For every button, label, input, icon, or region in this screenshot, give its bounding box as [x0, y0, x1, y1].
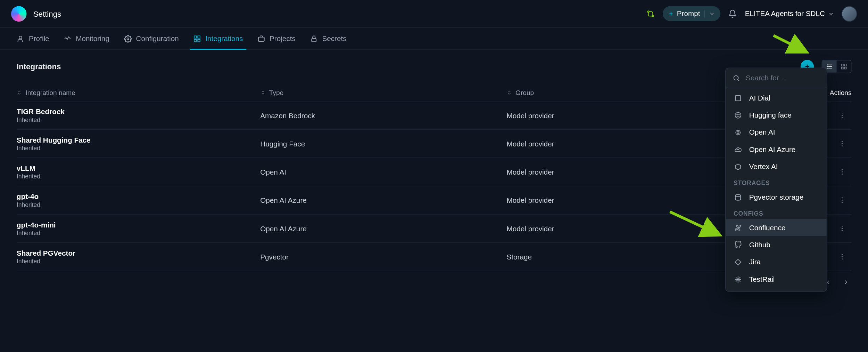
- row-type-cell: Pgvector: [260, 253, 506, 261]
- tab-label: Projects: [270, 34, 296, 43]
- plus-icon: [668, 11, 673, 16]
- row-type-cell: Hugging Face: [260, 139, 506, 148]
- row-type-cell: Open AI Azure: [260, 224, 506, 233]
- chevron-down-icon: [828, 11, 834, 16]
- square-icon: [734, 94, 743, 102]
- svg-point-1: [652, 15, 653, 16]
- integration-name: TIGR Bedrock: [17, 107, 260, 116]
- col-name-label: Integration name: [25, 89, 75, 96]
- svg-point-21: [842, 115, 843, 116]
- row-name-cell: Shared Hugging FaceInherited: [17, 136, 260, 152]
- chevron-down-icon: [710, 11, 715, 16]
- svg-point-0: [647, 11, 649, 12]
- search-input[interactable]: [746, 74, 827, 82]
- dropdown-item-vertex-ai[interactable]: Vertex AI: [726, 158, 827, 175]
- workspace-name: ELITEA Agents for SDLC: [745, 9, 825, 18]
- face-icon: [734, 111, 743, 119]
- github-icon: [734, 241, 743, 249]
- dropdown-item-open-ai-azure[interactable]: Open AI Azure: [726, 141, 827, 158]
- svg-rect-6: [198, 39, 200, 42]
- integration-name: Shared Hugging Face: [17, 136, 260, 144]
- more-actions-button[interactable]: [838, 225, 846, 232]
- integrations-icon: [193, 35, 201, 42]
- integration-name: vLLM: [17, 164, 260, 173]
- bell-icon[interactable]: [728, 9, 737, 18]
- dropdown-item-testrail[interactable]: TestRail: [726, 271, 827, 288]
- integration-name: Shared PGVector: [17, 249, 260, 257]
- dropdown-item-github[interactable]: Github: [726, 236, 827, 253]
- dropdown-item-label: Open AI Azure: [749, 145, 796, 154]
- grid-view-button[interactable]: [837, 61, 851, 73]
- svg-point-3: [127, 38, 129, 40]
- svg-point-42: [737, 114, 737, 115]
- sort-icon: [260, 89, 266, 96]
- svg-point-45: [736, 130, 740, 135]
- svg-point-32: [842, 226, 843, 227]
- svg-point-2: [19, 36, 22, 38]
- svg-rect-5: [198, 35, 200, 38]
- dropdown-item-confluence[interactable]: Confluence: [726, 219, 827, 236]
- svg-point-30: [842, 200, 843, 201]
- svg-rect-18: [844, 67, 846, 69]
- dropdown-item-ai-dial[interactable]: AI Dial: [726, 89, 827, 106]
- testrail-icon: [734, 275, 743, 283]
- col-type-header[interactable]: Type: [260, 89, 506, 96]
- tab-monitoring[interactable]: Monitoring: [64, 28, 109, 49]
- confluence-icon: [734, 224, 743, 231]
- integration-inherited-label: Inherited: [17, 145, 260, 151]
- dropdown-item-pgvector-storage[interactable]: Pgvector storage: [726, 189, 827, 206]
- col-name-header[interactable]: Integration name: [17, 89, 260, 96]
- svg-point-29: [842, 198, 843, 199]
- col-type-label: Type: [269, 89, 283, 96]
- more-actions-button[interactable]: [838, 168, 846, 176]
- header-actions: Prompt ELITEA Agents for SDLC: [646, 6, 857, 22]
- more-actions-button[interactable]: [838, 140, 846, 147]
- tab-projects[interactable]: Projects: [257, 28, 296, 49]
- svg-point-44: [737, 131, 739, 133]
- tab-integrations[interactable]: Integrations: [193, 28, 243, 49]
- svg-rect-9: [312, 38, 316, 41]
- more-actions-button[interactable]: [838, 196, 846, 204]
- svg-point-37: [842, 258, 843, 259]
- svg-rect-17: [844, 64, 846, 66]
- svg-point-46: [735, 194, 741, 196]
- dropdown-item-label: AI Dial: [749, 94, 770, 102]
- svg-rect-16: [841, 64, 843, 66]
- branch-icon[interactable]: [646, 9, 655, 18]
- workspace-selector[interactable]: ELITEA Agents for SDLC: [745, 9, 834, 18]
- dropdown-item-hugging-face[interactable]: Hugging face: [726, 106, 827, 123]
- svg-rect-7: [194, 39, 197, 42]
- vertex-icon: [734, 163, 743, 170]
- svg-rect-40: [735, 95, 741, 101]
- svg-line-39: [738, 79, 739, 81]
- prompt-button[interactable]: Prompt: [662, 6, 720, 21]
- dropdown-section-header: STORAGES: [726, 175, 827, 189]
- more-actions-button[interactable]: [838, 253, 846, 261]
- profile-icon: [17, 35, 24, 42]
- more-actions-button[interactable]: [838, 111, 846, 119]
- svg-point-20: [842, 113, 843, 114]
- svg-point-13: [827, 65, 828, 65]
- search-icon: [733, 74, 740, 82]
- tab-configuration[interactable]: Configuration: [124, 28, 179, 49]
- db-icon: [734, 193, 743, 201]
- row-name-cell: Shared PGVectorInherited: [17, 249, 260, 265]
- svg-point-23: [842, 141, 843, 142]
- configuration-icon: [124, 35, 131, 42]
- next-page-button[interactable]: [841, 277, 852, 288]
- dropdown-item-jira[interactable]: Jira: [726, 253, 827, 270]
- svg-rect-19: [841, 67, 843, 69]
- svg-point-31: [842, 202, 843, 203]
- tab-profile[interactable]: Profile: [17, 28, 49, 49]
- integration-inherited-label: Inherited: [17, 173, 260, 179]
- page-title: Settings: [33, 9, 61, 18]
- tab-secrets[interactable]: Secrets: [310, 28, 346, 49]
- dropdown-item-open-ai[interactable]: Open AI: [726, 123, 827, 141]
- svg-point-27: [842, 171, 843, 173]
- row-name-cell: gpt-4oInherited: [17, 192, 260, 208]
- col-actions-label: Actions: [830, 89, 852, 96]
- dropdown-item-label: Confluence: [749, 223, 786, 232]
- svg-point-14: [827, 66, 828, 67]
- app-logo-icon[interactable]: [11, 6, 27, 22]
- avatar[interactable]: [842, 6, 857, 22]
